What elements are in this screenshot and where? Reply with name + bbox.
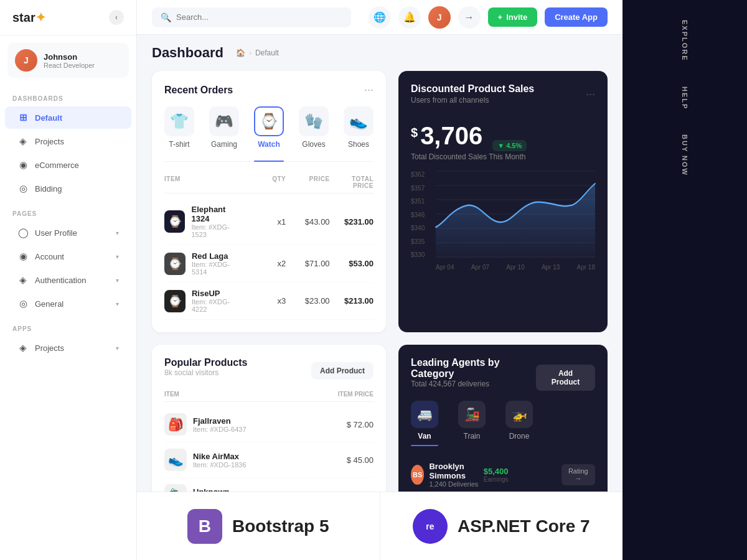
grid-icon: ⊞ bbox=[17, 112, 29, 123]
recent-orders-title: Recent Orders bbox=[164, 85, 233, 96]
breadcrumb-sep: › bbox=[249, 49, 251, 57]
invite-button[interactable]: + Invite bbox=[488, 7, 538, 27]
search-icon: 🔍 bbox=[161, 12, 171, 22]
agent-tab-van[interactable]: 🚐 Van bbox=[411, 401, 438, 446]
order-item-2: ⌚ Red Laga Item: #XDG-5314 bbox=[164, 251, 242, 276]
drone-icon: 🚁 bbox=[505, 401, 533, 428]
breadcrumb-current: Default bbox=[255, 49, 279, 57]
table-row: ⌚ RiseUP Item: #XDG-4222 x3 $23.00 $213.… bbox=[164, 282, 374, 320]
chevron-down-icon-projects-app: ▾ bbox=[116, 345, 119, 352]
notification-icon-btn[interactable]: 🔔 bbox=[398, 6, 421, 29]
sales-menu-icon[interactable]: ··· bbox=[586, 88, 595, 101]
popular-products-header-row: ITEM ITEM PRICE bbox=[164, 387, 374, 402]
user-card[interactable]: J Johnson React Developer bbox=[7, 43, 129, 78]
sales-subtitle: Users from all channels bbox=[411, 96, 534, 105]
table-row: ⌚ Elephant 1324 Item: #XDG-1523 x1 $43.0… bbox=[164, 198, 374, 245]
breadcrumb: 🏠 › Default bbox=[236, 49, 279, 57]
discounted-sales-card: Discounted Product Sales Users from all … bbox=[398, 71, 608, 332]
chart-x-labels: Apr 04 Apr 07 Apr 10 Apr 13 Apr 18 bbox=[436, 264, 595, 271]
category-tab-gloves[interactable]: 🧤 Gloves bbox=[299, 106, 329, 154]
agent-category-tabs: 🚐 Van 🚂 Train 🚁 Drone bbox=[411, 401, 595, 446]
sidebar-item-projects[interactable]: ◈ Projects bbox=[5, 130, 131, 152]
add-product-agents-button[interactable]: Add Product bbox=[536, 365, 595, 391]
avatar: J bbox=[15, 49, 37, 72]
recent-orders-menu-icon[interactable]: ··· bbox=[364, 83, 374, 96]
bootstrap-banner: B Bootstrap 5 bbox=[137, 492, 380, 560]
agents-title: Leading Agents by Category bbox=[411, 357, 536, 380]
list-item: 👟 Nike AirMax Item: #XDG-1836 $ 45.00 bbox=[164, 442, 374, 478]
logo-star: ✦ bbox=[35, 11, 46, 24]
table-row: ⌚ Red Laga Item: #XDG-5314 x2 $71.00 $53… bbox=[164, 245, 374, 282]
popular-products-card: Popular Products 8k social visitors Add … bbox=[152, 345, 386, 492]
sidebar-item-user-profile[interactable]: ◯ User Profile ▾ bbox=[5, 222, 131, 244]
sales-card-header: Discounted Product Sales Users from all … bbox=[411, 83, 595, 105]
orders-table-header: ITEM QTY PRICE TOTAL PRICE bbox=[164, 172, 374, 194]
main: 🔍 🌐 🔔 J → + Invite Create App Dashboard … bbox=[137, 0, 622, 560]
agent-tab-train[interactable]: 🚂 Train bbox=[458, 401, 486, 446]
category-tab-tshirt[interactable]: 👕 T-shirt bbox=[164, 106, 194, 154]
order-item-1: ⌚ Elephant 1324 Item: #XDG-1523 bbox=[164, 205, 242, 238]
buy-now-label[interactable]: Buy now bbox=[676, 127, 693, 184]
popular-products-table: ITEM ITEM PRICE 🎒 Fjallraven Item: #XDG-… bbox=[164, 387, 374, 492]
content-grid: Recent Orders ··· 👕 T-shirt 🎮 Gaming ⌚ W… bbox=[137, 61, 622, 492]
asp-icon: re bbox=[413, 509, 448, 544]
product-thumb-2: 👟 bbox=[164, 449, 187, 471]
watch-icon: ⌚ bbox=[254, 106, 284, 136]
order-thumb-2: ⌚ bbox=[164, 253, 186, 275]
right-panel: Explore Help Buy now bbox=[622, 0, 747, 560]
sales-amount: $ 3,706 bbox=[411, 122, 482, 150]
agent-tab-drone[interactable]: 🚁 Drone bbox=[505, 401, 533, 446]
logo-text: star✦ bbox=[12, 11, 46, 24]
rating-button-1[interactable]: Rating → bbox=[561, 464, 595, 485]
category-tab-watch[interactable]: ⌚ Watch bbox=[254, 106, 284, 154]
sales-title: Discounted Product Sales bbox=[411, 83, 534, 95]
sidebar-item-projects-app[interactable]: ◈ Projects ▾ bbox=[5, 337, 131, 359]
explore-label[interactable]: Explore bbox=[676, 12, 693, 69]
topbar-right: 🌐 🔔 J → + Invite Create App bbox=[369, 6, 608, 29]
sidebar-item-authentication[interactable]: ◈ Authentication ▾ bbox=[5, 269, 131, 291]
order-thumb-3: ⌚ bbox=[164, 290, 186, 312]
sales-badge: ▼ 4.5% bbox=[492, 140, 527, 151]
table-row: BS Brooklyn Simmons 1,240 Deliveries $5,… bbox=[411, 455, 595, 492]
agents-subtitle: Total 424,567 deliveries bbox=[411, 380, 536, 388]
agent-avatar-1: BS bbox=[411, 465, 424, 485]
sidebar-item-account[interactable]: ◉ Account ▾ bbox=[5, 245, 131, 268]
popular-products-title: Popular Products bbox=[164, 357, 247, 368]
topbar-avatar[interactable]: J bbox=[428, 6, 451, 29]
recent-orders-card: Recent Orders ··· 👕 T-shirt 🎮 Gaming ⌚ W… bbox=[152, 71, 386, 332]
add-product-button[interactable]: Add Product bbox=[311, 362, 374, 380]
chart-y-labels: $362 $357 $351 $346 $340 $335 $330 bbox=[411, 171, 425, 258]
chevron-down-icon-general: ▾ bbox=[116, 301, 119, 307]
product-thumb-3: 🛍️ bbox=[164, 484, 187, 492]
category-tab-shoes[interactable]: 👟 Shoes bbox=[344, 106, 374, 154]
chevron-down-icon-account: ▾ bbox=[116, 253, 119, 260]
pages-section-label: PAGES bbox=[0, 200, 136, 221]
leading-agents-card: Leading Agents by Category Total 424,567… bbox=[398, 345, 608, 492]
general-icon: ◎ bbox=[17, 298, 29, 309]
chart-svg-area bbox=[436, 171, 595, 258]
order-thumb-1: ⌚ bbox=[164, 210, 185, 233]
sidebar-item-general[interactable]: ◎ General ▾ bbox=[5, 292, 131, 315]
recent-orders-header: Recent Orders ··· bbox=[164, 83, 374, 96]
category-tab-gaming[interactable]: 🎮 Gaming bbox=[209, 106, 239, 154]
arrow-right-icon-btn[interactable]: → bbox=[458, 6, 481, 29]
sidebar-collapse-button[interactable]: ‹ bbox=[109, 10, 124, 25]
asp-banner: re ASP.NET Core 7 bbox=[380, 492, 623, 560]
sidebar-item-bidding[interactable]: ◎ Bidding bbox=[5, 177, 131, 200]
create-app-button[interactable]: Create App bbox=[545, 7, 608, 27]
globe-icon-btn[interactable]: 🌐 bbox=[369, 6, 391, 29]
product-thumb-1: 🎒 bbox=[164, 413, 187, 436]
list-item: 🛍️ Unknown Item: #XDG-1746 $ 14.50 bbox=[164, 478, 374, 492]
auth-icon: ◈ bbox=[17, 274, 29, 286]
popular-products-header: Popular Products 8k social visitors Add … bbox=[164, 357, 374, 385]
user-profile-icon: ◯ bbox=[17, 227, 29, 238]
help-label[interactable]: Help bbox=[676, 79, 693, 117]
popular-products-subtitle: 8k social visitors bbox=[164, 368, 247, 377]
search-input[interactable] bbox=[176, 12, 342, 22]
sidebar-item-ecommerce[interactable]: ◉ eCommerce bbox=[5, 154, 131, 176]
ecommerce-icon: ◉ bbox=[17, 159, 29, 170]
search-box[interactable]: 🔍 bbox=[152, 7, 351, 27]
sidebar-item-default[interactable]: ⊞ Default bbox=[5, 106, 131, 129]
chevron-down-icon-auth: ▾ bbox=[116, 277, 119, 284]
banner-area: B Bootstrap 5 re ASP.NET Core 7 bbox=[137, 492, 622, 560]
